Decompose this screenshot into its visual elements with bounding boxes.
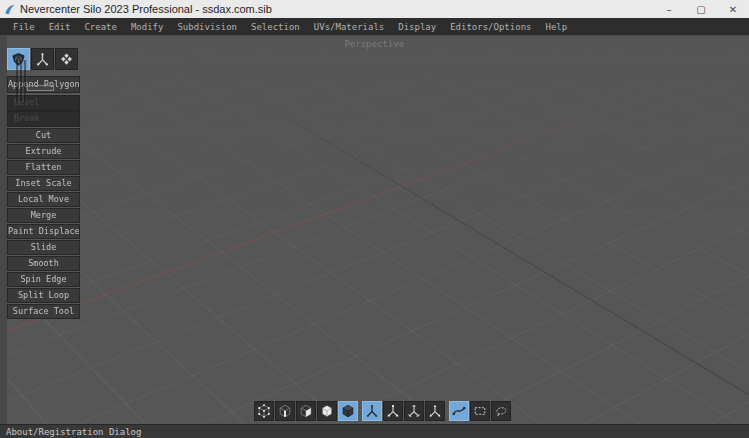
vertex-mode-icon <box>257 404 271 418</box>
menu-help[interactable]: Help <box>538 22 574 32</box>
render-artifact-smear <box>16 60 27 102</box>
tool-button-surface-tool[interactable]: Surface Tool <box>7 304 80 319</box>
tool-button-merge[interactable]: Merge <box>7 208 80 223</box>
selection-mode-group <box>254 401 358 421</box>
object-mode-icon <box>320 404 334 418</box>
tool-button-extrude[interactable]: Extrude <box>7 144 80 159</box>
face-mode-button[interactable] <box>296 401 316 421</box>
close-button[interactable]: ✕ <box>717 0 749 18</box>
face-mode-icon <box>299 404 313 418</box>
scale-tool-icon <box>386 404 400 418</box>
tool-button-smooth[interactable]: Smooth <box>7 256 80 271</box>
menu-uvs-materials[interactable]: UVs/Materials <box>307 22 391 32</box>
menu-file[interactable]: File <box>6 22 42 32</box>
tool-button-flatten[interactable]: Flatten <box>7 160 80 175</box>
minimize-button[interactable]: – <box>653 0 685 18</box>
lasso-select-button[interactable] <box>491 401 511 421</box>
universal-manipulator-icon <box>428 404 442 418</box>
area-select-button[interactable] <box>470 401 490 421</box>
menubar: File Edit Create Modify Subdivision Sele… <box>0 18 749 35</box>
move-tool-button[interactable] <box>362 401 382 421</box>
3d-viewport[interactable]: Perspective <box>0 35 749 424</box>
tool-button-inset-scale[interactable]: Inset Scale <box>7 176 80 191</box>
menu-subdivision[interactable]: Subdivision <box>170 22 244 32</box>
manipulator-group <box>362 401 445 421</box>
soft-selection-icon <box>452 404 466 418</box>
universal-manipulator-button[interactable] <box>425 401 445 421</box>
tool-tab-primitives[interactable] <box>55 48 78 70</box>
menu-selection[interactable]: Selection <box>244 22 307 32</box>
soft-selection-button[interactable] <box>449 401 469 421</box>
edge-mode-icon <box>278 404 292 418</box>
vertex-mode-button[interactable] <box>254 401 274 421</box>
titlebar: Nevercenter Silo 2023 Professional - ssd… <box>0 0 749 18</box>
rotate-tool-button[interactable] <box>404 401 424 421</box>
window-title: Nevercenter Silo 2023 Professional - ssd… <box>20 3 272 15</box>
lasso-select-icon <box>494 404 508 418</box>
multi-mode-icon <box>341 404 355 418</box>
move-tool-icon <box>365 404 379 418</box>
menu-create[interactable]: Create <box>77 22 124 32</box>
grid-horizon-fade <box>0 36 749 424</box>
tool-tab-manipulators[interactable] <box>31 48 54 70</box>
silo-logo-icon <box>4 3 16 15</box>
statusbar: About/Registration Dialog <box>0 424 749 438</box>
selection-style-group <box>449 401 511 421</box>
maximize-button[interactable]: ▢ <box>685 0 717 18</box>
tool-button-break[interactable]: Break <box>7 111 80 127</box>
menu-modify[interactable]: Modify <box>124 22 171 32</box>
edge-mode-button[interactable] <box>275 401 295 421</box>
panel-dock-strip <box>0 36 7 424</box>
object-mode-button[interactable] <box>317 401 337 421</box>
tool-button-spin-edge[interactable]: Spin Edge <box>7 272 80 287</box>
menu-editors-options[interactable]: Editors/Options <box>443 22 538 32</box>
scale-tool-button[interactable] <box>383 401 403 421</box>
status-text: About/Registration Dialog <box>6 427 141 437</box>
tool-button-local-move[interactable]: Local Move <box>7 192 80 207</box>
rotate-tool-icon <box>407 404 421 418</box>
area-select-icon <box>473 404 487 418</box>
bottom-toolbar <box>254 401 511 421</box>
tool-button-slide[interactable]: Slide <box>7 240 80 255</box>
tool-button-split-loop[interactable]: Split Loop <box>7 288 80 303</box>
camera-label: Perspective <box>0 39 749 49</box>
manipulator-icon <box>35 52 50 67</box>
tool-button-paint-displacement[interactable]: Paint Displacement <box>7 224 80 239</box>
silo-app-window: Nevercenter Silo 2023 Professional - ssd… <box>0 0 749 438</box>
render-artifact-box <box>27 85 54 91</box>
menu-display[interactable]: Display <box>391 22 443 32</box>
tool-panel: Append Polygon Bevel Break Cut Extrude F… <box>7 48 80 320</box>
menu-edit[interactable]: Edit <box>42 22 78 32</box>
tool-button-cut[interactable]: Cut <box>7 128 80 143</box>
window-controls: – ▢ ✕ <box>653 0 749 18</box>
multi-mode-button[interactable] <box>338 401 358 421</box>
primitives-icon <box>59 52 74 67</box>
